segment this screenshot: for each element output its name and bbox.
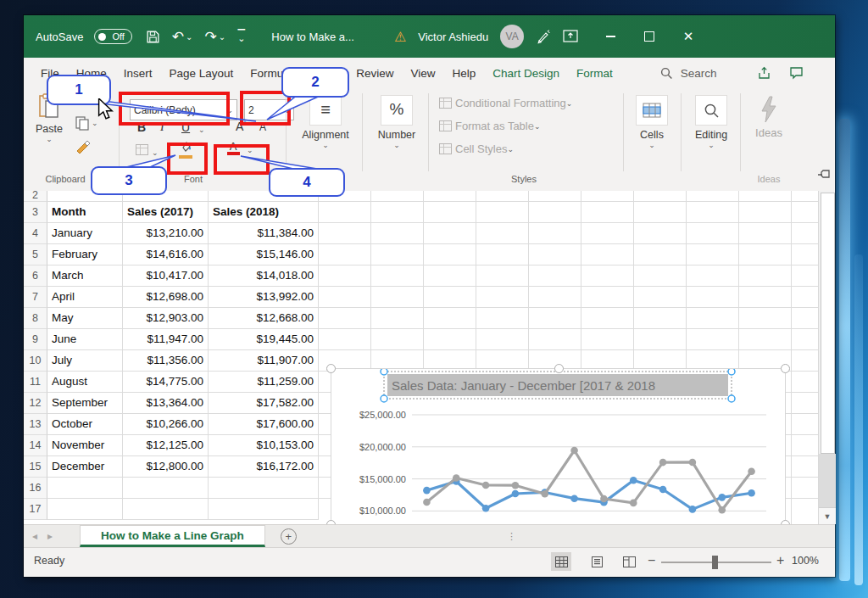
zoom-slider-handle[interactable] bbox=[712, 556, 718, 569]
vertical-scrollbar-track[interactable] bbox=[819, 454, 836, 507]
vertical-scrollbar[interactable]: ▼ bbox=[818, 191, 835, 524]
cell[interactable]: $16,172.00 bbox=[209, 456, 319, 478]
row-header[interactable]: 10 bbox=[24, 350, 47, 372]
pin-ribbon-button[interactable] bbox=[817, 168, 832, 183]
cell[interactable]: November bbox=[47, 435, 123, 456]
cell[interactable]: $11,947.00 bbox=[123, 329, 209, 350]
cell[interactable]: $14,018.00 bbox=[209, 265, 319, 287]
row-header[interactable]: 7 bbox=[24, 287, 47, 308]
cell[interactable]: $17,600.00 bbox=[209, 414, 319, 435]
chevron-down-icon[interactable]: ⌄ bbox=[92, 119, 98, 127]
cell[interactable]: July bbox=[47, 350, 123, 372]
save-button[interactable] bbox=[146, 30, 160, 44]
cell[interactable]: $12,903.00 bbox=[123, 308, 209, 329]
tab-help[interactable]: Help bbox=[443, 58, 484, 88]
cell[interactable]: May bbox=[47, 308, 123, 329]
styles-item-format-as-table[interactable]: Format as Table ⌄ bbox=[439, 120, 541, 132]
cell[interactable]: $17,582.00 bbox=[209, 393, 319, 414]
share-button[interactable] bbox=[749, 58, 781, 88]
cell[interactable] bbox=[47, 478, 123, 499]
cell[interactable]: February bbox=[47, 244, 123, 265]
row-header[interactable]: 12 bbox=[24, 393, 47, 414]
row-header[interactable]: 9 bbox=[24, 329, 47, 350]
quick-access-customize-icon[interactable]: ▔⌄ bbox=[237, 32, 245, 41]
chart-handle-top-center[interactable] bbox=[554, 364, 564, 373]
zoom-in-button[interactable]: + bbox=[776, 553, 784, 568]
cell[interactable]: $10,153.00 bbox=[209, 435, 319, 456]
pen-icon[interactable] bbox=[536, 29, 551, 44]
row-header[interactable]: 4 bbox=[24, 223, 47, 244]
search-box[interactable]: Search bbox=[652, 58, 726, 88]
maximize-button[interactable] bbox=[630, 15, 669, 58]
scroll-down-button[interactable]: ▼ bbox=[819, 507, 836, 524]
ideas-button[interactable]: Ideas bbox=[744, 88, 793, 139]
cell[interactable]: September bbox=[47, 393, 123, 414]
cell[interactable]: Sales (2018) bbox=[209, 202, 319, 223]
cell[interactable] bbox=[209, 478, 319, 499]
cell[interactable]: $14,775.00 bbox=[123, 372, 209, 393]
row-header[interactable]: 16 bbox=[24, 478, 47, 499]
cell[interactable]: June bbox=[47, 329, 123, 350]
cell[interactable]: March bbox=[47, 265, 123, 287]
tabbar-dots-icon[interactable]: ⋮ bbox=[507, 531, 517, 542]
cell[interactable]: $13,992.00 bbox=[209, 287, 319, 308]
cell[interactable]: $12,125.00 bbox=[123, 435, 209, 456]
cell[interactable] bbox=[47, 499, 123, 520]
cell[interactable] bbox=[123, 478, 209, 499]
warning-icon[interactable]: ⚠ bbox=[394, 29, 406, 45]
tab-page-layout[interactable]: Page Layout bbox=[161, 58, 242, 88]
page-layout-view-button[interactable] bbox=[587, 552, 607, 571]
chart-handle-top-right[interactable] bbox=[781, 364, 790, 373]
ribbon-display-options-icon[interactable] bbox=[563, 30, 578, 43]
styles-item-conditional-formatting[interactable]: Conditional Formatting ⌄ bbox=[439, 97, 572, 109]
row-header[interactable]: 3 bbox=[24, 202, 47, 223]
undo-button[interactable]: ↶⌄ bbox=[172, 28, 193, 46]
sheet-nav-left-icon[interactable]: ◂ bbox=[32, 530, 37, 542]
cell[interactable]: Sales (2017) bbox=[123, 202, 209, 223]
vertical-scrollbar-thumb[interactable] bbox=[821, 193, 835, 454]
cell[interactable] bbox=[209, 499, 319, 520]
row-header[interactable]: 5 bbox=[24, 244, 47, 265]
close-button[interactable]: ✕ bbox=[669, 15, 708, 58]
cell[interactable]: $12,698.00 bbox=[123, 287, 209, 308]
cell[interactable]: Month bbox=[47, 202, 123, 223]
cell[interactable]: $12,668.00 bbox=[209, 308, 319, 329]
cell[interactable]: $12,800.00 bbox=[123, 456, 209, 478]
worksheet-grid[interactable]: 2 3MonthSales (2017)Sales (2018)4January… bbox=[24, 191, 818, 524]
cell[interactable]: $14,616.00 bbox=[123, 244, 209, 265]
cell[interactable]: $10,417.00 bbox=[123, 265, 209, 287]
cell[interactable]: April bbox=[47, 287, 123, 308]
row-header[interactable]: 11 bbox=[24, 372, 47, 393]
cells-group-button[interactable]: Cells ⌄ bbox=[627, 88, 676, 149]
row-header[interactable]: 8 bbox=[24, 308, 47, 329]
redo-button[interactable]: ↷⌄ bbox=[205, 28, 226, 46]
tab-format[interactable]: Format bbox=[568, 58, 621, 88]
chevron-down-icon[interactable]: ⌄ bbox=[186, 32, 192, 42]
row-header[interactable]: 17 bbox=[24, 499, 47, 520]
cell[interactable]: January bbox=[47, 223, 123, 244]
number-group-button[interactable]: % Number ⌄ bbox=[367, 88, 426, 149]
sheet-nav-right-icon[interactable]: ▸ bbox=[47, 530, 53, 542]
chevron-down-icon[interactable]: ⌄ bbox=[219, 32, 225, 42]
cell[interactable]: $11,384.00 bbox=[209, 223, 319, 244]
cell[interactable]: $13,210.00 bbox=[123, 223, 209, 244]
chevron-down-icon[interactable]: ⌄ bbox=[198, 126, 205, 134]
tab-review[interactable]: Review bbox=[348, 58, 402, 88]
cell[interactable]: $13,364.00 bbox=[123, 393, 209, 414]
cell[interactable]: $11,259.00 bbox=[209, 372, 319, 393]
zoom-level[interactable]: 100% bbox=[792, 555, 819, 567]
cell[interactable]: August bbox=[47, 372, 123, 393]
chart-svg[interactable]: $25,000.00$20,000.00$15,000.00$10,000.00… bbox=[331, 369, 784, 524]
comments-button[interactable] bbox=[781, 58, 812, 88]
tab-chart-design[interactable]: Chart Design bbox=[484, 58, 568, 88]
copy-button[interactable]: ⌄ bbox=[75, 115, 90, 133]
cell[interactable]: $19,445.00 bbox=[209, 329, 319, 350]
format-painter-button[interactable] bbox=[75, 139, 92, 159]
cell[interactable]: $15,146.00 bbox=[209, 244, 319, 265]
zoom-out-button[interactable]: − bbox=[648, 553, 655, 568]
cell[interactable]: $11,907.00 bbox=[209, 350, 319, 372]
row-header[interactable]: 14 bbox=[24, 435, 47, 456]
chart-handle-top-left[interactable] bbox=[326, 364, 336, 373]
chevron-down-icon[interactable]: ⌄ bbox=[32, 135, 66, 143]
row-header[interactable]: 15 bbox=[24, 456, 47, 478]
